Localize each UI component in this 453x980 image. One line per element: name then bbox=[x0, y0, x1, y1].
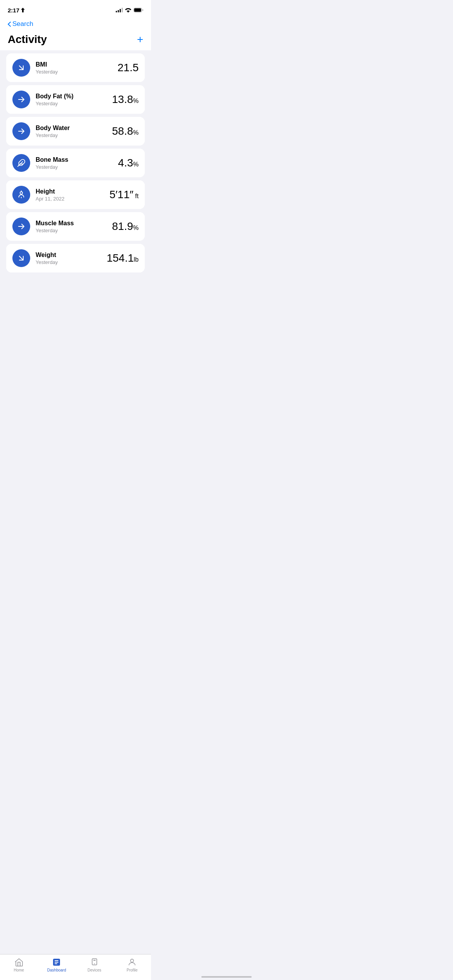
item-value-bmi: 21.5 bbox=[118, 62, 139, 74]
list-item-height[interactable]: Height Apr 11, 2022 5′11″ ft bbox=[6, 180, 145, 209]
item-card-bmi[interactable]: BMI Yesterday 21.5 bbox=[6, 53, 145, 82]
page-title: Activity bbox=[8, 33, 47, 46]
location-icon bbox=[21, 8, 25, 12]
item-text-weight: Weight Yesterday bbox=[36, 252, 106, 265]
item-value-weight: 154.1lb bbox=[106, 252, 139, 264]
item-date-height: Apr 11, 2022 bbox=[36, 196, 110, 202]
list-item-muscle-mass[interactable]: Muscle Mass Yesterday 81.9% bbox=[6, 212, 145, 241]
status-bar: 2:17 bbox=[0, 0, 151, 17]
svg-point-4 bbox=[20, 192, 22, 194]
status-icons bbox=[116, 8, 143, 12]
item-card-body-fat[interactable]: Body Fat (%) Yesterday 13.8% bbox=[6, 85, 145, 114]
item-card-height[interactable]: Height Apr 11, 2022 5′11″ ft bbox=[6, 180, 145, 209]
item-card-weight[interactable]: Weight Yesterday 154.1lb bbox=[6, 244, 145, 272]
arrow-down-right-icon bbox=[17, 254, 26, 262]
back-label: Search bbox=[12, 20, 33, 28]
time-label: 2:17 bbox=[8, 7, 19, 14]
item-value-body-fat: 13.8% bbox=[112, 93, 139, 106]
nav-bar: Search bbox=[0, 17, 151, 32]
battery-icon bbox=[134, 8, 143, 12]
header-row: Activity + bbox=[0, 32, 151, 50]
svg-rect-1 bbox=[134, 9, 141, 12]
item-text-bmi: BMI Yesterday bbox=[36, 61, 118, 75]
signal-icon bbox=[116, 8, 123, 12]
person-icon bbox=[17, 190, 26, 199]
item-label-body-fat: Body Fat (%) bbox=[36, 93, 112, 100]
feather-icon bbox=[17, 159, 26, 167]
list-item-body-water[interactable]: Body Water Yesterday 58.8% bbox=[6, 117, 145, 146]
wifi-icon bbox=[125, 8, 131, 12]
item-icon-body-fat bbox=[12, 91, 30, 108]
item-value-body-water: 58.8% bbox=[112, 125, 139, 137]
item-date-body-fat: Yesterday bbox=[36, 101, 112, 106]
header-container: Search Activity + bbox=[0, 17, 151, 50]
list-item-bmi[interactable]: BMI Yesterday 21.5 bbox=[6, 53, 145, 82]
arrow-right-icon bbox=[17, 222, 26, 231]
item-text-body-fat: Body Fat (%) Yesterday bbox=[36, 93, 112, 106]
item-icon-muscle-mass bbox=[12, 218, 30, 235]
item-text-bone-mass: Bone Mass Yesterday bbox=[36, 156, 118, 170]
item-icon-bone-mass bbox=[12, 154, 30, 172]
item-date-muscle-mass: Yesterday bbox=[36, 228, 112, 233]
item-label-muscle-mass: Muscle Mass bbox=[36, 220, 112, 227]
item-card-body-water[interactable]: Body Water Yesterday 58.8% bbox=[6, 117, 145, 146]
item-value-bone-mass: 4.3% bbox=[118, 157, 139, 169]
item-value-muscle-mass: 81.9% bbox=[112, 220, 139, 233]
arrow-down-right-icon bbox=[17, 63, 26, 72]
items-list: BMI Yesterday 21.5 Body Fat (%) Yesterda… bbox=[0, 53, 151, 272]
item-label-body-water: Body Water bbox=[36, 125, 112, 132]
list-item-body-fat[interactable]: Body Fat (%) Yesterday 13.8% bbox=[6, 85, 145, 114]
item-date-bmi: Yesterday bbox=[36, 69, 118, 75]
add-button[interactable]: + bbox=[137, 33, 143, 46]
list-item-bone-mass[interactable]: Bone Mass Yesterday 4.3% bbox=[6, 149, 145, 177]
back-button[interactable]: Search bbox=[8, 20, 33, 28]
arrow-right-icon bbox=[17, 127, 26, 135]
item-text-height: Height Apr 11, 2022 bbox=[36, 188, 110, 202]
arrow-right-icon bbox=[17, 95, 26, 104]
item-text-muscle-mass: Muscle Mass Yesterday bbox=[36, 220, 112, 233]
content-area: BMI Yesterday 21.5 Body Fat (%) Yesterda… bbox=[0, 53, 151, 314]
item-icon-height bbox=[12, 186, 30, 204]
item-date-bone-mass: Yesterday bbox=[36, 164, 118, 170]
item-icon-bmi bbox=[12, 59, 30, 77]
item-value-height: 5′11″ ft bbox=[110, 188, 139, 201]
item-icon-body-water bbox=[12, 122, 30, 140]
item-text-body-water: Body Water Yesterday bbox=[36, 125, 112, 138]
item-card-bone-mass[interactable]: Bone Mass Yesterday 4.3% bbox=[6, 149, 145, 177]
item-card-muscle-mass[interactable]: Muscle Mass Yesterday 81.9% bbox=[6, 212, 145, 241]
item-label-bone-mass: Bone Mass bbox=[36, 156, 118, 163]
status-time: 2:17 bbox=[8, 7, 25, 14]
item-label-bmi: BMI bbox=[36, 61, 118, 68]
item-label-weight: Weight bbox=[36, 252, 106, 259]
item-icon-weight bbox=[12, 249, 30, 267]
list-item-weight[interactable]: Weight Yesterday 154.1lb bbox=[6, 244, 145, 272]
back-chevron-icon bbox=[8, 22, 11, 27]
item-date-body-water: Yesterday bbox=[36, 132, 112, 138]
item-label-height: Height bbox=[36, 188, 110, 195]
item-date-weight: Yesterday bbox=[36, 259, 106, 265]
